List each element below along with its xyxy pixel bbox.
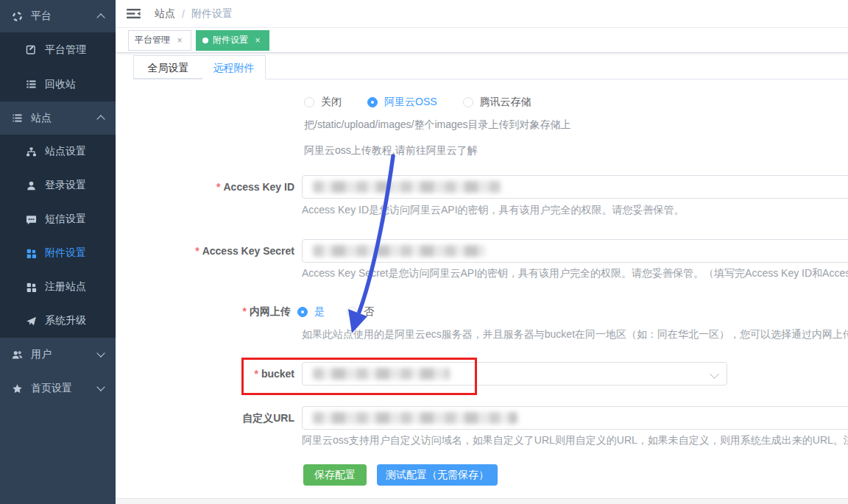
sidebar-group-site[interactable]: 站点 [0, 102, 116, 135]
close-icon[interactable]: × [252, 35, 263, 46]
radio-selected-icon[interactable] [367, 97, 378, 107]
radio-icon[interactable] [304, 97, 314, 107]
breadcrumb-section[interactable]: 站点 [155, 7, 175, 21]
grid-icon [25, 247, 37, 259]
site-icon [11, 113, 23, 124]
sidebar-group-label: 平台 [31, 10, 52, 23]
tab-remote-attachment[interactable]: 远程附件 [202, 55, 266, 79]
upload-tip-text: 把/static/upload/images/整个images目录上传到对象存储… [304, 118, 571, 132]
field-label-bucket: *bucket [155, 368, 294, 380]
required-asterisk: * [195, 245, 199, 257]
radio-label[interactable]: 腾讯云存储 [480, 96, 531, 109]
intranet-upload-help: 如果此站点使用的是阿里云ecs服务器，并且服务器与bucket在同一地区（如：同… [302, 328, 848, 341]
radio-label[interactable]: 关闭 [321, 96, 342, 109]
sidebar-item-label: 系统升级 [45, 314, 86, 327]
storage-type-radio-group: 关闭 阿里云OSS 腾讯云存储 [304, 96, 531, 109]
sidebar-group-platform[interactable]: 平台 [0, 0, 116, 32]
sidebar-item-label: 回收站 [45, 78, 76, 91]
send-icon [25, 315, 37, 327]
radio-option-no[interactable]: 否 [347, 305, 374, 319]
sidebar-item-system-upgrade[interactable]: 系统升级 [0, 304, 116, 338]
chevron-down-icon [96, 349, 105, 357]
masked-value [313, 412, 517, 424]
radio-option-aliyun-oss[interactable]: 阿里云OSS [367, 96, 437, 109]
close-icon[interactable]: × [174, 35, 185, 46]
field-label-custom-url: 自定义URL [155, 412, 294, 425]
sidebar-item-site-settings[interactable]: 站点设置 [0, 135, 116, 168]
sidebar-item-label: 附件设置 [45, 246, 86, 260]
chevron-up-icon [96, 13, 105, 21]
masked-value [313, 368, 450, 380]
sidebar-group-homepage-settings[interactable]: 首页设置 [0, 372, 116, 405]
tag-label: 平台管理 [135, 34, 170, 46]
masked-value [313, 245, 485, 257]
sidebar-group-label: 站点 [31, 112, 52, 125]
radio-selected-icon[interactable] [297, 307, 308, 317]
sidebar-item-platform-manage[interactable]: 平台管理 [0, 32, 116, 67]
radio-label[interactable]: 是 [314, 305, 325, 319]
chevron-up-icon [96, 115, 105, 123]
sidebar-item-label: 短信设置 [45, 213, 86, 226]
active-dot-icon [202, 38, 208, 43]
star-icon [11, 383, 23, 394]
access-key-id-help: Access Key ID是您访问阿里云API的密钥，具有该用户完全的权限。请您… [302, 204, 685, 217]
users-icon [11, 349, 23, 361]
tags-bar: 平台管理 × 附件设置 × [116, 28, 848, 53]
sidebar-submenu-site: 站点设置 登录设置 短信设置 附件设置 [0, 135, 116, 338]
tutorial-tip-text: 阿里云oss上传教程,请前往阿里云了解 [304, 144, 478, 157]
breadcrumb-separator: / [182, 8, 185, 20]
tag-label: 附件设置 [213, 34, 248, 46]
bottom-strip [116, 498, 848, 504]
sidebar-item-login-settings[interactable]: 登录设置 [0, 168, 116, 202]
radio-option-close[interactable]: 关闭 [304, 96, 342, 109]
chevron-down-icon [96, 383, 105, 391]
sidebar-item-sms-settings[interactable]: 短信设置 [0, 202, 116, 236]
required-asterisk: * [216, 181, 220, 193]
user-icon [25, 180, 37, 191]
tag-attachment-settings[interactable]: 附件设置 × [196, 30, 269, 51]
sidebar-item-label: 注册站点 [45, 280, 86, 294]
sidebar-item-label: 站点设置 [45, 145, 86, 158]
grid-icon [25, 281, 37, 293]
access-key-secret-help: Access Key Secret是您访问阿里云API的密钥，具有该用户完全的权… [302, 267, 848, 280]
tab-global-settings[interactable]: 全局设置 [133, 55, 203, 79]
topbar: 站点 / 附件设置 [116, 0, 848, 28]
field-label-access-key-secret: *Access Key Secret [155, 245, 294, 257]
attachment-settings-page: 平台 平台管理 回收站 站点 [0, 0, 848, 504]
sidebar: 平台 平台管理 回收站 站点 [0, 0, 116, 504]
radio-icon[interactable] [347, 307, 357, 317]
radio-option-yes[interactable]: 是 [297, 305, 325, 319]
edit-icon [25, 44, 37, 56]
custom-url-help: 阿里云oss支持用户自定义访问域名，如果自定义了URL则用自定义的URL，如果未… [302, 434, 848, 447]
sitemap-icon [25, 146, 37, 157]
sidebar-item-label: 平台管理 [45, 43, 86, 57]
platform-icon [11, 10, 23, 22]
list-icon [25, 79, 37, 90]
radio-label[interactable]: 阿里云OSS [384, 96, 437, 109]
sidebar-item-attachment-settings[interactable]: 附件设置 [0, 236, 116, 270]
radio-icon[interactable] [463, 97, 473, 107]
radio-label[interactable]: 否 [364, 305, 374, 319]
test-config-button[interactable]: 测试配置（无需保存） [377, 464, 498, 486]
required-asterisk: * [243, 305, 247, 317]
intranet-upload-radio-group: 是 否 [297, 305, 374, 319]
sidebar-item-label: 登录设置 [45, 179, 86, 192]
sidebar-item-register-site[interactable]: 注册站点 [0, 270, 116, 304]
sidebar-group-label: 用户 [31, 348, 52, 361]
radio-option-tencent-cos[interactable]: 腾讯云存储 [463, 96, 531, 109]
field-label-intranet-upload: *内网上传 [155, 305, 291, 319]
sidebar-group-label: 首页设置 [31, 382, 72, 395]
required-asterisk: * [254, 368, 258, 380]
breadcrumb-page: 附件设置 [191, 7, 233, 21]
sidebar-item-recycle-bin[interactable]: 回收站 [0, 67, 116, 102]
breadcrumb: 站点 / 附件设置 [155, 7, 233, 21]
sidebar-group-users[interactable]: 用户 [0, 338, 116, 372]
sidebar-submenu-platform: 平台管理 回收站 [0, 32, 116, 102]
masked-value [313, 181, 501, 193]
hamburger-icon[interactable] [127, 7, 141, 21]
tag-platform-manage[interactable]: 平台管理 × [128, 30, 191, 51]
message-icon [25, 213, 37, 225]
field-label-access-key-id: *Access Key ID [155, 181, 294, 193]
save-config-button[interactable]: 保存配置 [303, 464, 367, 486]
